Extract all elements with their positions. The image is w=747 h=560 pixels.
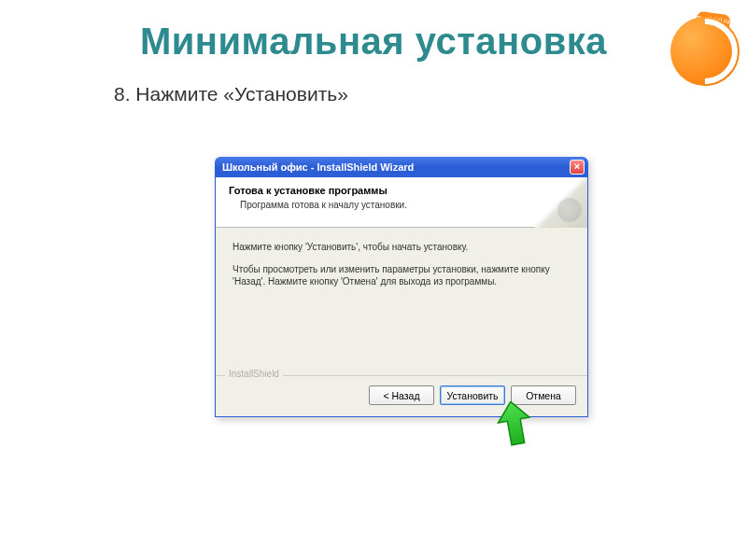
close-button[interactable]: × [570, 160, 585, 175]
installshield-brand: InstallShield [225, 369, 283, 379]
install-dialog: Школьный офис - InstallShield Wizard × Г… [215, 157, 588, 417]
dialog-content: Нажмите кнопку 'Установить', чтобы начат… [216, 228, 587, 375]
logo: e-school.ru [670, 17, 740, 86]
dialog-header-title: Готова к установке программы [229, 185, 513, 196]
dialog-body: Готова к установке программы Программа г… [215, 177, 588, 417]
slide-title: Минимальная установка [0, 21, 747, 63]
body-line-2: Чтобы просмотреть или изменить параметры… [233, 263, 571, 288]
dialog-header-subtitle: Программа готова к началу установки. [240, 200, 513, 210]
step-instruction: 8. Нажмите «Установить» [114, 83, 747, 105]
cancel-button[interactable]: Отмена [511, 385, 576, 405]
titlebar: Школьный офис - InstallShield Wizard × [215, 157, 588, 177]
body-line-1: Нажмите кнопку 'Установить', чтобы начат… [233, 241, 571, 254]
install-button[interactable]: Установить [440, 385, 505, 405]
dialog-header: Готова к установке программы Программа г… [216, 177, 587, 228]
back-button[interactable]: < Назад [369, 385, 434, 405]
header-decor-icon [535, 177, 587, 228]
window-title: Школьный офис - InstallShield Wizard [222, 161, 414, 173]
dialog-footer: InstallShield < Назад Установить Отмена [216, 375, 587, 416]
logo-circle-icon [670, 17, 740, 86]
close-icon: × [574, 161, 580, 172]
